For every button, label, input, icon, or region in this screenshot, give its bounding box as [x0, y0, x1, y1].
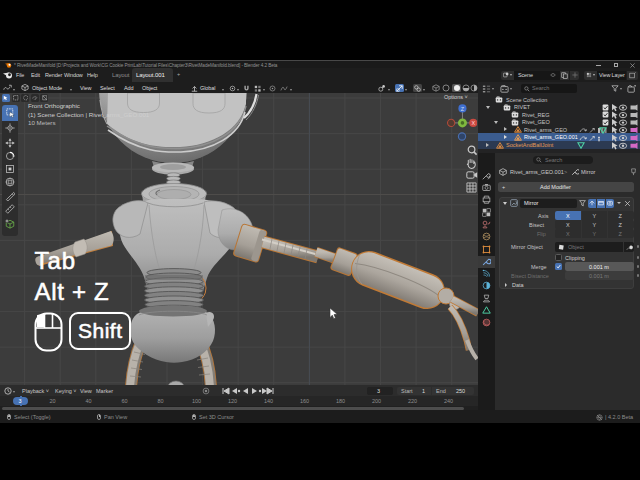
svg-text:X: X [472, 120, 476, 126]
